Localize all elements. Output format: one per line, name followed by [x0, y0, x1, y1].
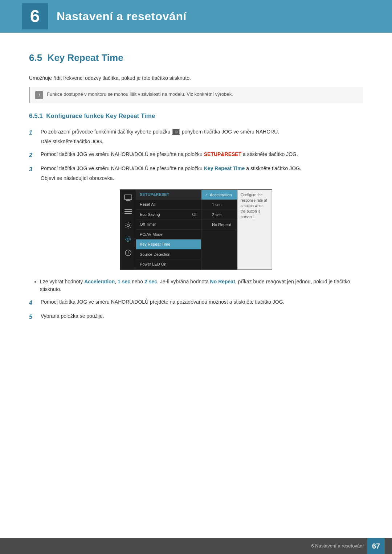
screen-menu-list: Reset All Eco Saving Off Off Timer PC/AV…: [136, 200, 201, 270]
jog-icon: ⊞: [173, 129, 179, 135]
tooltip-text: Configure the response rate of a button …: [241, 193, 267, 219]
step-3-number: 3: [29, 165, 36, 174]
svg-rect-6: [124, 211, 132, 212]
svg-point-9: [127, 238, 129, 240]
step-1-number: 1: [29, 128, 36, 137]
section-number: 6.5: [29, 52, 42, 63]
menu-item-key-repeat: Key Repeat Time: [136, 239, 201, 250]
chapter-title: Nastavení a resetování: [57, 8, 187, 25]
footer-page-number: 67: [367, 538, 385, 554]
main-content: 6.5 Key Repeat Time Umožňuje řídit frekv…: [0, 44, 392, 356]
chapter-header: 6 Nastavení a resetování: [0, 0, 392, 33]
step-4-content: Pomocí tlačítka JOG ve směru NAHORU/DOLŮ…: [41, 298, 363, 306]
submenu-item-acceleration: ✓ Acceleration: [201, 190, 237, 200]
setup-reset-label: SETUP&RESET: [204, 151, 241, 157]
section-name: Key Repeat Time: [48, 52, 123, 63]
footer-chapter-label: 6 Nastavení a resetování: [311, 542, 364, 550]
no-repeat-option: No Repeat: [210, 279, 235, 284]
steps-list: 1 Po zobrazení průvodce funkčními tlačít…: [29, 128, 363, 182]
svg-point-10: [126, 237, 131, 242]
svg-rect-5: [124, 209, 132, 210]
svg-text:i: i: [127, 251, 128, 255]
sidebar-icon-lines: [124, 207, 132, 216]
step-1-content: Po zobrazení průvodce funkčními tlačítky…: [41, 128, 363, 145]
bullet-list: Lze vybrat hodnoty Acceleration, 1 sec n…: [29, 278, 363, 293]
screen-main: SETUP&RESET Reset All Eco Saving Off Off…: [136, 190, 201, 270]
menu-item-reset-all: Reset All: [136, 200, 201, 210]
subsection-number: 6.5.1: [29, 112, 43, 119]
screen-menu-header: SETUP&RESET: [136, 190, 201, 200]
sidebar-icon-info: i: [124, 249, 132, 257]
screen-sidebar: i: [120, 190, 136, 270]
menu-item-eco-saving: Eco Saving Off: [136, 210, 201, 220]
chapter-number: 6: [22, 3, 48, 29]
screenshot-container: i SETUP&RESET Reset All Eco Saving Off: [29, 189, 363, 270]
submenu-panel: ✓ Acceleration 1 sec 2 sec No Repeat: [201, 190, 237, 270]
step-2-number: 2: [29, 151, 36, 160]
submenu-item-no-repeat: No Repeat: [201, 220, 237, 230]
1sec-option: 1 sec: [118, 279, 130, 284]
section-intro: Umožňuje řídit frekvenci odezvy tlačítka…: [29, 74, 363, 82]
page-footer: 6 Nastavení a resetování 67: [0, 538, 392, 554]
step-3-sub: Objeví se následující obrazovka.: [41, 175, 363, 182]
step-4: 4 Pomocí tlačítka JOG ve směru NAHORU/DO…: [29, 298, 363, 307]
step-5-number: 5: [29, 312, 36, 321]
note-icon: i: [35, 91, 43, 99]
svg-rect-3: [127, 200, 129, 200]
note-text: Funkce dostupné v monitoru se mohou liši…: [47, 91, 233, 98]
screenshot: i SETUP&RESET Reset All Eco Saving Off: [120, 189, 272, 270]
tooltip-panel: Configure the response rate of a button …: [237, 190, 272, 270]
sidebar-icon-monitor: [124, 193, 132, 202]
accel-option: Acceleration: [84, 279, 115, 284]
key-repeat-time-label: Key Repeat Time: [204, 165, 245, 171]
submenu-item-1sec: 1 sec: [201, 200, 237, 210]
bullet-item: Lze vybrat hodnoty Acceleration, 1 sec n…: [40, 278, 363, 293]
menu-item-power-led: Power LED On: [136, 259, 201, 270]
section-title: 6.5 Key Repeat Time: [29, 51, 363, 67]
2sec-option: 2 sec: [144, 279, 157, 284]
sidebar-icon-settings: [124, 221, 132, 230]
step-2-content: Pomocí tlačítka JOG ve směru NAHORU/DOLŮ…: [41, 151, 363, 158]
svg-rect-4: [126, 200, 130, 201]
step-5: 5 Vybraná položka se použije.: [29, 312, 363, 321]
step-5-content: Vybraná položka se použije.: [41, 312, 363, 320]
svg-rect-2: [124, 195, 132, 200]
step-2: 2 Pomocí tlačítka JOG ve směru NAHORU/DO…: [29, 151, 363, 160]
sidebar-icon-gear-active: [124, 235, 132, 243]
svg-rect-7: [124, 213, 132, 214]
submenu-item-2sec: 2 sec: [201, 210, 237, 220]
step-3: 3 Pomocí tlačítka JOG ve směru NAHORU/DO…: [29, 165, 363, 182]
note-box: i Funkce dostupné v monitoru se mohou li…: [29, 87, 363, 103]
menu-item-off-timer: Off Timer: [136, 219, 201, 230]
subsection-name: Konfigurace funkce Key Repeat Time: [46, 112, 155, 119]
step-1-sub: Dále stiskněte tlačítko JOG.: [41, 138, 363, 145]
step-4-number: 4: [29, 298, 36, 307]
subsection-title: 6.5.1 Konfigurace funkce Key Repeat Time: [29, 111, 363, 121]
svg-point-8: [127, 224, 129, 226]
step-3-content: Pomocí tlačítka JOG ve směru NAHORU/DOLŮ…: [41, 165, 363, 182]
step-1: 1 Po zobrazení průvodce funkčními tlačít…: [29, 128, 363, 145]
menu-item-source-detection: Source Detection: [136, 250, 201, 260]
steps-list-2: 4 Pomocí tlačítka JOG ve směru NAHORU/DO…: [29, 298, 363, 321]
menu-item-pcav-mode: PC/AV Mode: [136, 230, 201, 240]
